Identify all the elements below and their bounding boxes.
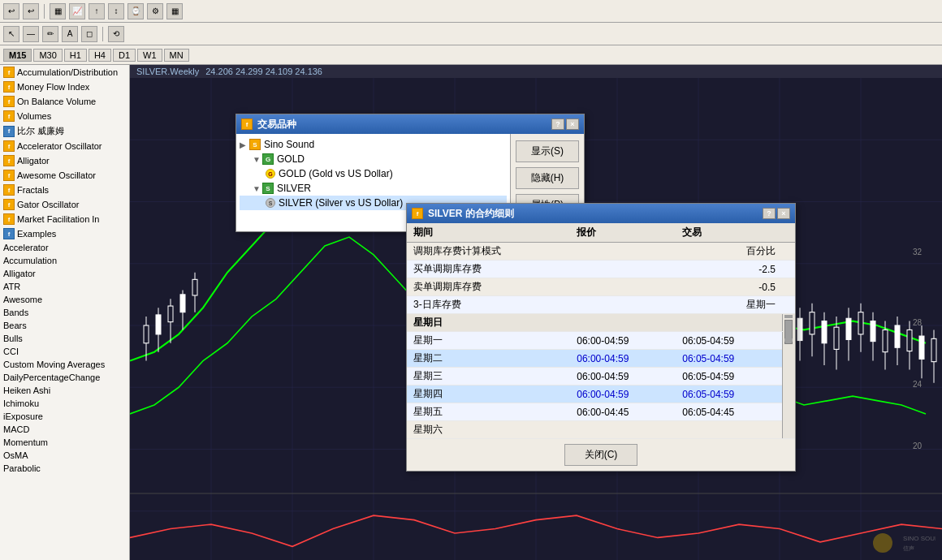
field-3: 3-日库存费	[407, 296, 570, 314]
tf-m15[interactable]: M15	[3, 49, 32, 62]
nav-item-osma[interactable]: OsMA	[0, 449, 129, 462]
nav-item-daily-pct[interactable]: DailyPercentageChange	[0, 371, 129, 384]
tree-gold-label: GOLD	[277, 153, 305, 165]
tree-expand-icon3: ▼	[253, 184, 262, 193]
nav-icon-f6: f	[3, 155, 15, 166]
nav-item-market-facilitation[interactable]: f Market Facilitation In	[0, 212, 129, 226]
scroll-1	[782, 261, 795, 278]
nav-item-fractals[interactable]: f Fractals	[0, 183, 129, 197]
dialog-symbols-help[interactable]: ?	[551, 118, 564, 130]
dialog-symbols-close[interactable]: ×	[566, 118, 579, 130]
nav-label: Bands	[3, 308, 28, 317]
nav-item-alligator2[interactable]: Alligator	[0, 267, 129, 280]
nav-item-ichimoku[interactable]: Ichimoku	[0, 397, 129, 410]
grid-icon[interactable]: ▦	[166, 3, 183, 19]
nav-label: Alligator	[17, 156, 50, 166]
text-icon[interactable]: A	[62, 26, 78, 42]
nav-label: Bears	[3, 321, 27, 330]
line-icon[interactable]: —	[23, 26, 39, 42]
show-button[interactable]: 显示(S)	[516, 140, 579, 162]
arrow2-icon[interactable]: ↕	[108, 3, 124, 19]
nav-icon-f3: f	[3, 96, 15, 107]
dialog-contract-close[interactable]: ×	[777, 208, 790, 219]
nav-item-accumulation2[interactable]: Accumulation	[0, 254, 129, 267]
nav-item-on-balance[interactable]: f On Balance Volume	[0, 94, 129, 109]
tree-silver-folder[interactable]: ▼ S SILVER	[240, 181, 507, 196]
shape-icon[interactable]: ◻	[81, 26, 97, 42]
scroll-3	[782, 296, 795, 314]
svg-text:28: 28	[913, 318, 922, 327]
svg-rect-22	[168, 306, 173, 322]
col-quote: 报价	[570, 223, 676, 243]
nav-item-alligator[interactable]: f Alligator	[0, 153, 129, 168]
tree-gold-item[interactable]: G GOLD (Gold vs US Dollar)	[240, 166, 507, 181]
tree-silver-item-label: SILVER (Silver vs US Dollar)	[279, 197, 403, 209]
timeframe-bar: M15 M30 H1 H4 D1 W1 MN	[0, 45, 942, 65]
nav-label: Accumulation/Distribution	[17, 67, 118, 77]
arrow-icon[interactable]: ↑	[89, 3, 105, 19]
tf-w1[interactable]: W1	[137, 49, 162, 62]
nav-icon-f2: f	[3, 81, 15, 93]
draw-icon[interactable]: ✏	[42, 26, 58, 42]
contract-row-7: 星期三 06:00-04:59 06:05-04:59	[407, 368, 795, 386]
svg-rect-52	[858, 312, 863, 334]
settings-icon[interactable]: ⚙	[147, 3, 163, 19]
nav-label: Custom Moving Averages	[3, 360, 105, 369]
dialog-contract-help[interactable]: ?	[763, 208, 776, 219]
nav-label: On Balance Volume	[17, 97, 96, 106]
nav-item-volumes[interactable]: f Volumes	[0, 109, 129, 123]
col3-8: 06:05-04:59	[676, 386, 782, 403]
nav-item-accumulation-distribution[interactable]: f Accumulation/Distribution	[0, 65, 129, 80]
nav-item-accelerator[interactable]: f Accelerator Oscillator	[0, 139, 129, 153]
nav-item-momentum[interactable]: Momentum	[0, 436, 129, 449]
nav-item-examples[interactable]: f Examples	[0, 226, 129, 241]
dialog-contract-title-left: f SILVER 的合约细则	[412, 207, 514, 221]
field-9: 星期五	[407, 403, 570, 421]
nav-item-money-flow[interactable]: f Money Flow Index	[0, 80, 129, 94]
svg-text:信声: 信声	[903, 545, 914, 551]
nav-item-bulls[interactable]: Bulls	[0, 332, 129, 345]
field-1: 买单调期库存费	[407, 261, 570, 278]
col2-3	[570, 296, 676, 314]
nav-item-bands[interactable]: Bands	[0, 306, 129, 319]
tf-h4[interactable]: H4	[89, 49, 111, 62]
nav-item-awesome2[interactable]: Awesome	[0, 293, 129, 306]
nav-item-gator[interactable]: f Gator Oscillator	[0, 197, 129, 212]
tf-d1[interactable]: D1	[113, 49, 136, 62]
nav-item-awesome[interactable]: f Awesome Oscillator	[0, 168, 129, 183]
chart-icon[interactable]: ▦	[50, 3, 66, 19]
nav-item-atr[interactable]: ATR	[0, 280, 129, 293]
nav-item-acc[interactable]: Accelerator	[0, 241, 129, 254]
col2-2	[570, 278, 676, 296]
nav-item-parabolic[interactable]: Parabolic	[0, 462, 129, 475]
dialog-contract-title: SILVER 的合约细则	[428, 207, 514, 221]
magnet-icon[interactable]: ⟲	[108, 26, 124, 42]
close-contract-button[interactable]: 关闭(C)	[564, 444, 638, 466]
svg-rect-42	[797, 318, 802, 340]
undo-icon[interactable]: ↩	[3, 3, 19, 19]
tree-gold-folder-icon: G	[262, 153, 274, 165]
nav-item-iexposure[interactable]: iExposure	[0, 410, 129, 423]
contract-row-8: 星期四 06:00-04:59 06:05-04:59	[407, 386, 795, 403]
nav-item-bill-williams[interactable]: f 比尔 威廉姆	[0, 123, 129, 139]
field-0: 调期库存费计算模式	[407, 243, 570, 261]
nav-item-heiken[interactable]: Heiken Ashi	[0, 384, 129, 397]
redo-icon[interactable]: ↩	[23, 3, 39, 19]
close-row: 关闭(C)	[407, 439, 795, 471]
cursor-icon[interactable]: ↖	[3, 26, 19, 42]
indicator-icon[interactable]: 📈	[69, 3, 85, 19]
nav-label: Heiken Ashi	[3, 386, 50, 395]
nav-item-macd[interactable]: MACD	[0, 423, 129, 436]
nav-item-cma[interactable]: Custom Moving Averages	[0, 358, 129, 371]
contract-body-area: 期间 报价 交易 调期库存费计算模式 百分比	[407, 223, 795, 439]
hide-button[interactable]: 隐藏(H)	[516, 167, 579, 189]
tf-h1[interactable]: H1	[64, 49, 87, 62]
nav-item-cci[interactable]: CCI	[0, 345, 129, 358]
nav-item-bears[interactable]: Bears	[0, 319, 129, 332]
tf-m30[interactable]: M30	[33, 49, 62, 62]
nav-label: Bulls	[3, 334, 23, 343]
clock-icon[interactable]: ⌚	[127, 3, 144, 19]
tf-mn[interactable]: MN	[164, 49, 189, 62]
tree-sino-sound[interactable]: ▶ S Sino Sound	[240, 137, 507, 152]
tree-gold-folder[interactable]: ▼ G GOLD	[240, 152, 507, 166]
